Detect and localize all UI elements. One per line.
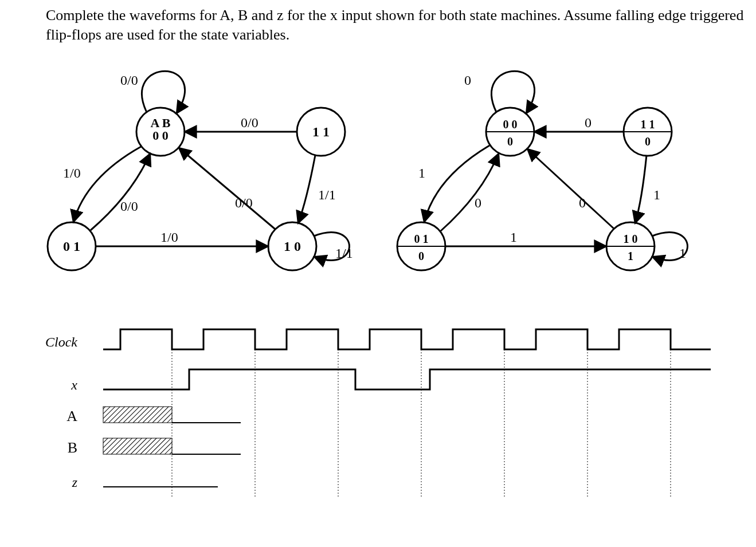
edge-01-00-m	[440, 154, 499, 231]
state-00-m: 0 0 0	[486, 108, 534, 156]
waveform-area: Clock x A B z	[46, 315, 734, 533]
instructions-text: Complete the waveforms for A, B and z fo…	[46, 6, 745, 45]
label-A: A	[66, 408, 77, 424]
edge-11-00-m-label: 0	[585, 115, 592, 130]
mealy-diagram: A B 0 0 1 1 0 1 1 0 0/0 1/0 0/0 1/0 0/0 …	[40, 63, 395, 292]
edge-00-self-label: 0/0	[120, 73, 138, 88]
edge-11-10-m	[635, 155, 647, 223]
state-11-label: 1 1	[312, 124, 330, 139]
edge-01-00-label: 0/0	[120, 199, 138, 214]
edge-01-10-label: 1/0	[160, 230, 178, 245]
state-01-m: 0 1 0	[397, 222, 445, 270]
edge-11-10-label: 1/1	[318, 187, 336, 202]
edge-01-00-m-label: 0	[475, 195, 481, 210]
state-00-label2: 0 0	[152, 128, 169, 143]
moore-diagram: 0 0 0 1 1 0 0 1 0 1 0 1 0 1	[367, 63, 722, 292]
page: Complete the waveforms for A, B and z fo…	[0, 0, 756, 547]
label-z: z	[72, 475, 78, 490]
edge-11-10	[298, 155, 315, 223]
state-11-m: 1 1 0	[624, 108, 672, 156]
edge-11-00-label: 0/0	[241, 115, 258, 130]
falling-edge-lines	[172, 349, 671, 498]
A-unknown	[103, 407, 172, 423]
label-B: B	[68, 439, 77, 456]
edge-10-00-label: 0/0	[235, 195, 253, 210]
state-10-m-out: 1	[628, 250, 633, 262]
state-10-m-label: 1 0	[624, 233, 638, 245]
edge-01-10-m-label: 1	[510, 230, 517, 245]
edge-00-01-label: 1/0	[63, 166, 81, 180]
state-01-label: 0 1	[63, 239, 80, 254]
edge-10-00	[179, 148, 275, 229]
label-clock: Clock	[46, 335, 77, 349]
edge-11-10-m-label: 1	[653, 187, 660, 202]
edge-10-self-label: 1/1	[335, 246, 353, 261]
state-11-m-out: 0	[645, 135, 651, 148]
edge-10-self-m-label: 1	[679, 246, 686, 261]
edge-10-00-m-label: 0	[579, 195, 586, 210]
label-x: x	[70, 377, 77, 392]
edge-01-00	[91, 154, 150, 230]
clock-waveform	[103, 329, 711, 349]
edge-00-01-m	[424, 145, 489, 222]
edge-10-00-m	[527, 149, 614, 229]
B-unknown	[103, 438, 172, 454]
state-10-label: 1 0	[284, 239, 301, 254]
edge-00-01-m-label: 1	[418, 166, 425, 180]
x-waveform	[103, 369, 711, 389]
edge-00-self-m-label: 0	[464, 73, 471, 88]
state-00-m-out: 0	[507, 135, 513, 148]
state-11-m-label: 1 1	[641, 118, 655, 131]
state-01-m-label: 0 1	[414, 233, 429, 245]
state-00-m-label: 0 0	[503, 118, 518, 131]
state-01-m-out: 0	[418, 250, 424, 262]
